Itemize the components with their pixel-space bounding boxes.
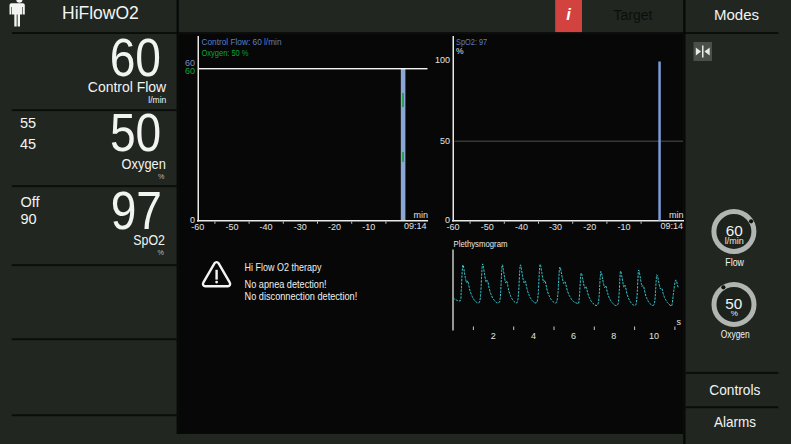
svg-text:No apnea detection!: No apnea detection! — [245, 278, 327, 290]
svg-text:8: 8 — [611, 331, 616, 341]
svg-text:-20: -20 — [583, 222, 596, 232]
svg-text:Oxygen: Oxygen — [721, 329, 750, 340]
svg-text:-10: -10 — [362, 222, 375, 232]
svg-text:100: 100 — [435, 55, 450, 65]
svg-text:l/min: l/min — [725, 236, 744, 246]
svg-text:50: 50 — [110, 102, 161, 162]
svg-text:50: 50 — [440, 136, 450, 146]
svg-text:SpO2: SpO2 — [133, 231, 165, 248]
svg-text:min: min — [669, 210, 684, 220]
svg-text:Target: Target — [614, 7, 653, 23]
svg-text:s: s — [677, 317, 682, 327]
svg-text:09:14: 09:14 — [404, 221, 427, 231]
svg-text:Flow: Flow — [725, 257, 744, 268]
svg-text:4: 4 — [531, 331, 536, 341]
svg-text:Oxygen: 50 %: Oxygen: 50 % — [202, 48, 249, 58]
svg-text:HiFlowO2: HiFlowO2 — [62, 3, 139, 23]
svg-text:No disconnection detection!: No disconnection detection! — [245, 290, 358, 302]
svg-text:6: 6 — [571, 331, 576, 341]
svg-text:90: 90 — [21, 211, 37, 227]
svg-text:10: 10 — [649, 331, 659, 341]
svg-text:-50: -50 — [481, 222, 494, 232]
svg-text:-40: -40 — [260, 222, 273, 232]
svg-text:09:14: 09:14 — [660, 221, 683, 231]
svg-text:Control Flow: Control Flow — [88, 78, 167, 95]
svg-text:2: 2 — [491, 331, 496, 341]
svg-text:i: i — [566, 5, 571, 23]
svg-text:Control Flow: 60 l/min: Control Flow: 60 l/min — [202, 37, 282, 47]
svg-text:55: 55 — [20, 115, 36, 131]
svg-text:Off: Off — [21, 194, 41, 210]
svg-text:Controls: Controls — [709, 381, 760, 398]
svg-text:45: 45 — [20, 136, 36, 152]
svg-text:-30: -30 — [294, 222, 307, 232]
svg-text:%: % — [731, 309, 738, 318]
svg-text:-60: -60 — [191, 222, 204, 232]
svg-text:%: % — [456, 46, 464, 56]
svg-text:-50: -50 — [225, 222, 238, 232]
svg-text:-20: -20 — [328, 222, 341, 232]
svg-text:60: 60 — [185, 66, 195, 76]
svg-text:-10: -10 — [617, 222, 630, 232]
svg-text:%: % — [158, 248, 165, 257]
svg-text:Hi Flow O2 therapy: Hi Flow O2 therapy — [245, 261, 322, 273]
svg-text:Modes: Modes — [714, 6, 759, 23]
svg-text:Oxygen: Oxygen — [122, 155, 166, 172]
svg-text:-40: -40 — [515, 222, 528, 232]
svg-text:Alarms: Alarms — [714, 413, 756, 430]
svg-text:Plethysmogram: Plethysmogram — [454, 239, 508, 249]
svg-text:-30: -30 — [549, 222, 562, 232]
svg-text:min: min — [413, 210, 428, 220]
svg-text:-60: -60 — [446, 222, 459, 232]
